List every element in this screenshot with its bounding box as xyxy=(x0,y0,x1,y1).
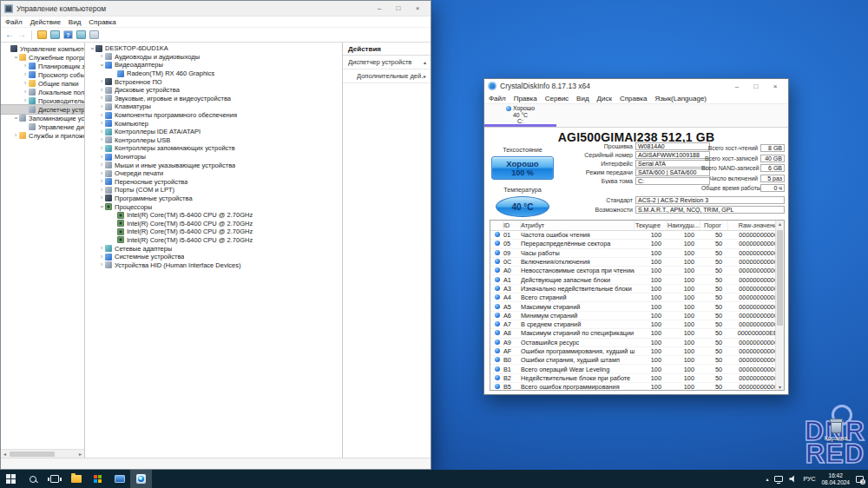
smart-row[interactable]: A3 Изначально недействительные блоки 100… xyxy=(490,285,784,293)
smart-row[interactable]: A4 Всего стираний 100 100 50 00000000008… xyxy=(490,293,784,302)
device-tree-item[interactable]: › Клавиатуры xyxy=(85,102,342,111)
chevron-icon[interactable]: › xyxy=(98,95,105,102)
menu-item[interactable]: Справка xyxy=(620,95,647,102)
chevron-icon[interactable]: › xyxy=(22,89,29,96)
chevron-icon[interactable]: › xyxy=(22,63,29,69)
chevron-icon[interactable]: › xyxy=(22,80,29,87)
device-tree-item[interactable]: › Устройства HID (Human Interface Device… xyxy=(85,260,342,269)
device-tree-item[interactable]: › Дисковые устройства xyxy=(85,86,342,95)
scrollbar-thumb[interactable] xyxy=(777,230,783,326)
chevron-icon[interactable]: › xyxy=(98,178,105,185)
device-tree-item[interactable]: › Видеоадаптеры xyxy=(85,61,342,69)
chevron-icon[interactable]: › xyxy=(98,129,105,135)
smart-row[interactable]: A8 Максимум стираний по спецификации 100… xyxy=(490,329,784,338)
chevron-icon[interactable]: › xyxy=(98,187,105,194)
file-explorer-button[interactable] xyxy=(65,470,87,488)
worst-column-header[interactable]: Наихудш... xyxy=(667,221,700,230)
network-icon[interactable] xyxy=(774,476,783,482)
smart-row[interactable]: A0 Невосстановимые сектора при чтении/за… xyxy=(490,267,784,275)
chevron-icon[interactable]: › xyxy=(98,203,105,210)
chevron-icon[interactable]: › xyxy=(12,115,19,122)
smart-row[interactable]: 05 Перераспределённые сектора 100 100 50… xyxy=(490,240,784,248)
menu-item[interactable]: Файл xyxy=(489,95,506,102)
maximize-icon[interactable]: □ xyxy=(746,80,766,93)
computer-management-taskbar-button[interactable] xyxy=(108,470,130,488)
menu-item[interactable]: Язык(Language) xyxy=(654,95,707,102)
device-tree-item[interactable]: › Процессоры xyxy=(85,202,342,211)
store-button[interactable] xyxy=(87,470,108,488)
device-tree-item[interactable]: › Аудиовходы и аудиовыходы xyxy=(85,53,342,62)
minimize-icon[interactable]: – xyxy=(727,80,746,93)
chevron-icon[interactable]: › xyxy=(98,78,105,85)
action-arrow-icon[interactable]: ▸ xyxy=(424,73,426,79)
speaker-icon[interactable] xyxy=(789,475,797,483)
device-tree-item[interactable]: › Компьютер xyxy=(85,119,342,128)
health-status-button[interactable]: Хорошо 100 % xyxy=(491,156,554,180)
chevron-icon[interactable]: › xyxy=(98,53,105,60)
maximize-icon[interactable]: □ xyxy=(389,2,408,15)
id-column-header[interactable]: ID xyxy=(503,221,521,230)
device-tree-item[interactable]: › Переносные устройства xyxy=(85,178,342,187)
device-tree-item[interactable]: › DESKTOP-6DUD1KA xyxy=(85,44,342,53)
device-tree-item[interactable]: › Системные устройства xyxy=(85,253,342,261)
start-button[interactable] xyxy=(0,470,22,488)
smart-row[interactable]: 0C Включения/отключения 100 100 50 00000… xyxy=(490,258,784,267)
chevron-icon[interactable]: › xyxy=(89,45,95,52)
chevron-icon[interactable]: › xyxy=(98,195,105,201)
smart-row[interactable]: AF Ошибки программирования, худший шта..… xyxy=(490,347,784,356)
device-tree-item[interactable]: › Мониторы xyxy=(85,153,342,162)
forward-arrow-icon[interactable]: → xyxy=(17,30,26,39)
tree-item[interactable]: › Служебные программы xyxy=(1,53,84,62)
cm-titlebar[interactable]: Управление компьютером – □ × xyxy=(1,1,431,16)
scroll-left-icon[interactable]: ◂ xyxy=(1,451,9,457)
menu-item[interactable]: Сервис xyxy=(545,95,569,102)
current-column-header[interactable]: Текущее xyxy=(635,221,667,230)
tree-item[interactable]: › Общие папки xyxy=(1,79,84,88)
notification-center-icon[interactable]: 3 xyxy=(856,476,864,483)
chevron-icon[interactable]: › xyxy=(98,136,105,143)
scroll-right-icon[interactable]: ▸ xyxy=(76,451,84,457)
smart-row[interactable]: B0 Ошибки стирания, худший штамп 100 100… xyxy=(490,356,784,365)
device-tree-item[interactable]: › Контроллеры запоминающих устройств xyxy=(85,144,342,153)
menu-item[interactable]: Действие xyxy=(30,18,61,26)
chevron-icon[interactable]: › xyxy=(98,254,105,260)
device-tree-item[interactable]: › Программные устройства xyxy=(85,195,342,203)
crystaldiskinfo-taskbar-button[interactable] xyxy=(130,470,152,488)
device-tree-item[interactable]: › Контроллеры IDE ATA/ATAPI xyxy=(85,128,342,136)
menu-item[interactable]: Правка xyxy=(514,95,537,102)
close-icon[interactable]: × xyxy=(408,2,427,15)
scroll-up-icon[interactable]: ▴ xyxy=(779,221,781,227)
threshold-column-header[interactable]: Порог xyxy=(700,221,728,230)
device-tree-item[interactable]: Intel(R) Core(TM) i5-6400 CPU @ 2.70GHz xyxy=(85,219,342,228)
smart-row[interactable]: B5 Всего ошибок программирования 100 100… xyxy=(490,383,784,391)
smart-row[interactable]: 09 Часы работы 100 100 50 000000000000 xyxy=(490,249,784,258)
window-icon-2[interactable] xyxy=(76,30,86,39)
chevron-icon[interactable]: › xyxy=(12,54,19,61)
tree-item[interactable]: › Просмотр событий xyxy=(1,70,84,79)
smart-row[interactable]: B2 Недействительные блоки при работе 100… xyxy=(490,374,784,383)
minimize-icon[interactable]: – xyxy=(370,2,389,15)
chevron-icon[interactable]: › xyxy=(98,87,105,94)
chevron-icon[interactable]: › xyxy=(22,71,29,78)
tree-item[interactable]: › Локальные пользовате xyxy=(1,88,84,96)
smart-row[interactable]: A7 В среднем стираний 100 100 50 0000000… xyxy=(490,320,784,329)
tray-overflow-chevron-icon[interactable]: ▴ xyxy=(766,476,768,482)
device-tree-item[interactable]: › Порты (COM и LPT) xyxy=(85,186,342,195)
smart-row[interactable]: A6 Минимум стираний 100 100 50 000000000… xyxy=(490,312,784,320)
window-icon[interactable] xyxy=(50,30,60,39)
chevron-icon[interactable]: › xyxy=(98,103,105,110)
chevron-icon[interactable]: › xyxy=(98,145,105,152)
scrollbar-thumb[interactable] xyxy=(10,452,55,457)
tree-item[interactable]: › Производительность xyxy=(1,96,84,105)
chevron-icon[interactable]: › xyxy=(98,162,105,168)
smart-row[interactable]: A9 Оставшийся ресурс 100 100 50 00000000… xyxy=(490,339,784,347)
help-icon[interactable]: ? xyxy=(63,30,73,39)
device-tree-item[interactable]: › Контроллеры USB xyxy=(85,136,342,145)
menu-item[interactable]: Файл xyxy=(5,18,23,26)
device-tree-item[interactable]: › Встроенное ПО xyxy=(85,77,342,86)
scroll-down-icon[interactable]: ▾ xyxy=(779,384,781,390)
device-tree-item[interactable]: Radeon(TM) RX 460 Graphics xyxy=(85,69,342,78)
chevron-icon[interactable]: › xyxy=(98,120,105,127)
tree-item[interactable]: Управление дисками xyxy=(1,122,84,131)
smart-row[interactable]: A5 Максимум стираний 100 100 50 00000000… xyxy=(490,302,784,311)
